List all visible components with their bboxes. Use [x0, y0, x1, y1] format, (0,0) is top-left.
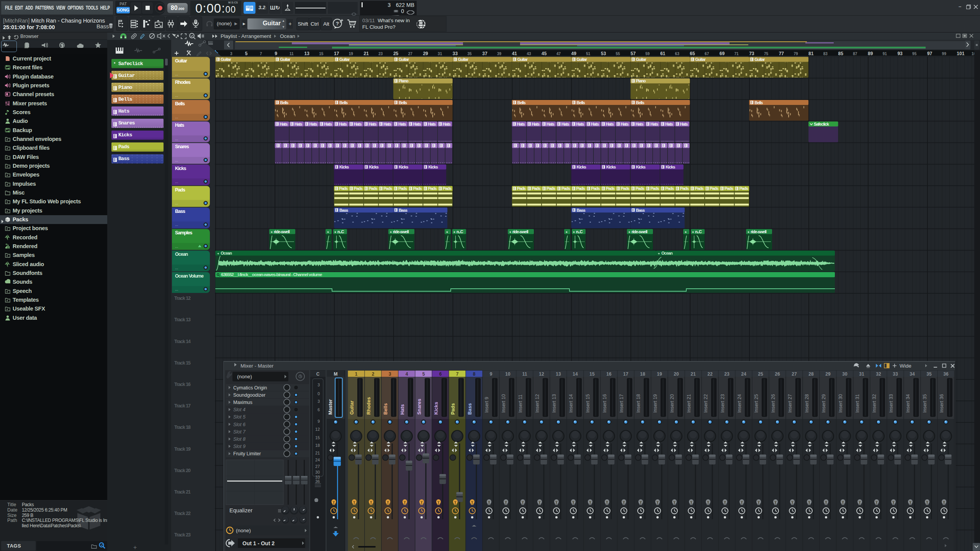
svg-text:29: 29	[423, 51, 428, 56]
svg-text:...: ...	[175, 72, 178, 76]
svg-text:Hats: Hats	[665, 122, 673, 126]
svg-text:(none): (none)	[237, 374, 252, 379]
svg-text:47: 47	[556, 52, 561, 56]
svg-text:99: 99	[942, 52, 947, 56]
svg-text:Rhodes: Rhodes	[366, 397, 371, 415]
svg-text:?: ?	[336, 21, 339, 26]
svg-text:3: 3	[230, 52, 232, 56]
svg-text:...: ...	[175, 137, 178, 141]
svg-text:32: 32	[876, 371, 881, 377]
svg-text:Hats: Hats	[398, 122, 406, 126]
svg-text:24: 24	[315, 458, 320, 462]
svg-text:35: 35	[926, 371, 932, 377]
svg-text:3: 3	[317, 383, 320, 387]
svg-text:Pads: Pads	[532, 186, 540, 191]
svg-text:Bass: Bass	[467, 403, 473, 415]
svg-text:...: ...	[175, 115, 178, 119]
svg-text:71: 71	[735, 52, 739, 56]
svg-text:Equalizer: Equalizer	[229, 507, 253, 513]
svg-text:Bells: Bells	[577, 100, 585, 105]
svg-text:0: 0	[317, 391, 320, 396]
svg-text:Master: Master	[328, 399, 333, 415]
svg-text:Kicks: Kicks	[577, 165, 586, 169]
svg-text:25: 25	[758, 371, 763, 377]
svg-text:85: 85	[838, 51, 844, 56]
svg-text:Hats: Hats	[339, 122, 347, 126]
svg-text:Insert 11: Insert 11	[518, 394, 523, 413]
svg-text:Pads: Pads	[636, 186, 645, 191]
svg-text:27: 27	[408, 52, 413, 56]
svg-text:61: 61	[660, 51, 666, 56]
svg-text:...: ...	[175, 93, 178, 98]
svg-text:12: 12	[315, 427, 320, 432]
svg-text:Pads: Pads	[710, 186, 718, 191]
svg-text:Insert 24: Insert 24	[737, 394, 742, 413]
svg-text:Insert 20: Insert 20	[669, 394, 675, 413]
svg-text:8: 8	[473, 371, 476, 377]
svg-text:Pads: Pads	[450, 403, 456, 415]
svg-text:63: 63	[675, 52, 680, 56]
svg-text:Insert 30: Insert 30	[838, 394, 843, 413]
svg-text:39: 39	[497, 52, 502, 56]
svg-text:Pads: Pads	[650, 186, 659, 191]
svg-text:Hats: Hats	[546, 122, 555, 126]
svg-text:Track 17: Track 17	[174, 403, 191, 409]
svg-text:Bass: Bass	[577, 208, 586, 213]
svg-text:45: 45	[542, 51, 547, 56]
svg-text:Hats: Hats	[294, 122, 303, 126]
svg-text:Bells: Bells	[339, 100, 348, 105]
svg-text:Guitar: Guitar	[175, 58, 187, 64]
svg-text:Cymatics Origin: Cymatics Origin	[233, 385, 267, 391]
svg-text:...: ...	[175, 266, 178, 270]
svg-text:69: 69	[720, 51, 725, 56]
svg-text:Insert 28: Insert 28	[804, 394, 810, 413]
svg-text:2: 2	[372, 371, 375, 377]
svg-text:28: 28	[808, 371, 814, 377]
svg-text:Pads: Pads	[428, 186, 437, 191]
svg-text:Hats: Hats	[280, 122, 288, 126]
svg-text:30: 30	[842, 371, 847, 377]
svg-text:Insert 23: Insert 23	[720, 394, 725, 413]
svg-text:Pads: Pads	[546, 186, 555, 191]
svg-text:Pads: Pads	[665, 186, 674, 191]
svg-text:13: 13	[556, 371, 561, 377]
svg-text:91: 91	[883, 52, 887, 56]
svg-text:35: 35	[468, 52, 472, 56]
svg-text:Guitar: Guitar	[695, 57, 706, 62]
svg-text:Soundgoodizer: Soundgoodizer	[233, 392, 265, 398]
svg-text:Track 23: Track 23	[174, 532, 191, 538]
svg-text:Kicks: Kicks	[666, 165, 675, 169]
svg-text:Maximus: Maximus	[233, 400, 252, 405]
svg-text:37: 37	[482, 51, 488, 56]
svg-text:Kicks: Kicks	[434, 402, 439, 415]
svg-text:Pads: Pads	[517, 186, 526, 191]
svg-text:59: 59	[645, 52, 650, 56]
svg-text:101: 101	[957, 51, 964, 56]
svg-text:31: 31	[859, 371, 864, 377]
svg-text:Hats: Hats	[354, 122, 362, 126]
svg-text:Insert 33: Insert 33	[888, 394, 894, 413]
svg-text:ride-swell: ride-swell	[512, 229, 528, 234]
svg-text:Hats: Hats	[606, 122, 614, 126]
svg-text:Insert 31: Insert 31	[855, 394, 860, 413]
svg-text:...: ...	[175, 158, 178, 162]
svg-text:Insert 29: Insert 29	[821, 394, 826, 413]
svg-text:43: 43	[527, 52, 531, 56]
svg-text:Insert 10: Insert 10	[501, 394, 506, 413]
svg-text:Track 12: Track 12	[174, 296, 191, 301]
svg-text:9: 9	[317, 419, 320, 423]
svg-text:Hats: Hats	[621, 122, 629, 126]
svg-text:15: 15	[589, 371, 595, 377]
svg-text:Insert 19: Insert 19	[653, 394, 658, 413]
svg-text:Insert 27: Insert 27	[787, 394, 793, 413]
svg-text:Insert 16: Insert 16	[602, 394, 607, 413]
svg-text:Insert 36: Insert 36	[939, 394, 944, 413]
svg-text:Insert 32: Insert 32	[872, 394, 877, 413]
svg-text:Ocean Volume: Ocean Volume	[175, 273, 204, 279]
svg-text:11: 11	[522, 371, 527, 377]
svg-text:31: 31	[438, 52, 442, 56]
svg-text:65: 65	[690, 51, 695, 56]
svg-text:...: ...	[175, 201, 178, 205]
svg-text:41: 41	[512, 51, 517, 56]
svg-text:12: 12	[539, 371, 544, 377]
